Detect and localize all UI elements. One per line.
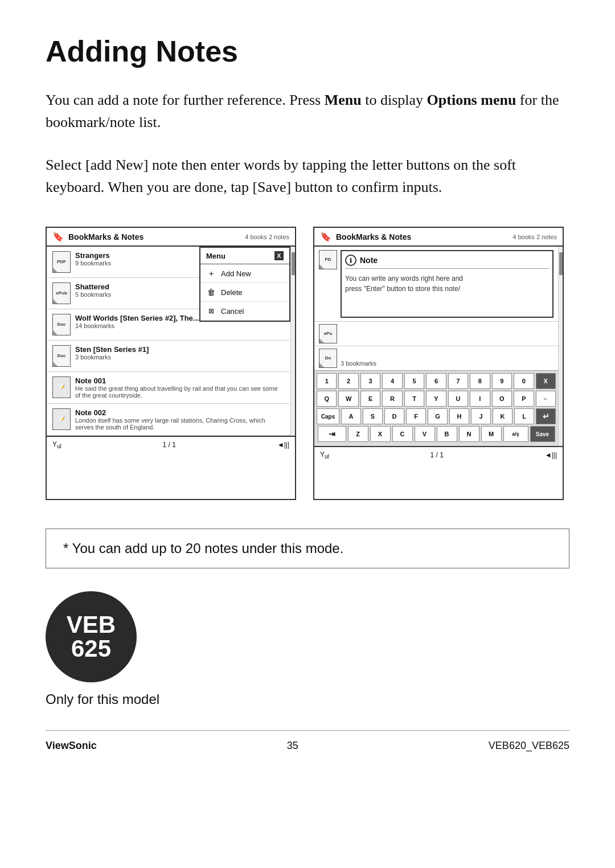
- kb-key-x[interactable]: X: [370, 426, 391, 442]
- kb-key-9[interactable]: 9: [492, 373, 512, 389]
- left-header-count: 4 books 2 notes: [245, 234, 289, 240]
- kb-key-f[interactable]: F: [406, 408, 426, 424]
- note-text-line2: press "Enter" button to store this note/: [345, 284, 549, 294]
- left-screen-header: 🔖 BookMarks & Notes 4 books 2 notes: [47, 228, 295, 247]
- menu-item-add-new[interactable]: + Add New: [200, 264, 289, 283]
- right-doc-icon: Do: [319, 349, 337, 368]
- kb-key-g[interactable]: G: [428, 408, 448, 424]
- note-row-002[interactable]: 📝 Note 002 London itself has some very l…: [47, 404, 290, 436]
- right-header-title: BookMarks & Notes: [336, 232, 508, 241]
- note-icon-001: 📝: [52, 376, 71, 398]
- right-bookmark-icon: 🔖: [320, 231, 331, 242]
- kb-key-8[interactable]: 8: [470, 373, 490, 389]
- right-doc-area: Do 3 bookmarks: [314, 346, 558, 370]
- kb-key-backspace[interactable]: X: [536, 373, 556, 389]
- delete-icon: 🗑: [206, 287, 216, 297]
- kb-key-o[interactable]: O: [492, 391, 512, 407]
- book-icon-doc2: Doc: [52, 345, 71, 367]
- note-dialog-title: Note: [360, 256, 378, 265]
- keyboard: 1 2 3 4 5 6 7 8 9 0 X Q: [314, 370, 558, 446]
- kb-key-m[interactable]: M: [481, 426, 502, 442]
- note-bookmark-count: 3 bookmarks: [341, 360, 554, 367]
- kb-key-2[interactable]: 2: [338, 373, 358, 389]
- right-epub-area: ePu: [314, 322, 558, 346]
- left-battery-icon: ◄|||: [277, 441, 289, 449]
- note-details-002: Note 002 London itself has some very lar…: [75, 408, 285, 431]
- veb-section: VEB 625 Only for this model: [46, 591, 569, 707]
- right-top-area: PD ℹ Note You can write any words right …: [314, 247, 558, 322]
- left-scrollbar[interactable]: [290, 247, 295, 436]
- veb-model-number: 625: [71, 637, 111, 661]
- kb-key-4[interactable]: 4: [382, 373, 402, 389]
- kb-key-w[interactable]: W: [338, 391, 358, 407]
- menu-item-delete[interactable]: 🗑 Delete: [200, 283, 289, 302]
- kb-key-del[interactable]: ←: [536, 391, 556, 407]
- kb-key-save[interactable]: Save: [530, 426, 555, 442]
- kb-key-s[interactable]: S: [363, 408, 383, 424]
- kb-key-5[interactable]: 5: [404, 373, 424, 389]
- note-row-001[interactable]: 📝 Note 001 He said the great thing about…: [47, 372, 290, 404]
- left-screen-body: PDF Strangers 9 bookmarks Menu X: [47, 247, 295, 436]
- note-text-area[interactable]: You can write any words right here and p…: [345, 273, 549, 313]
- kb-key-0[interactable]: 0: [514, 373, 534, 389]
- right-header-count: 4 books 2 notes: [512, 234, 557, 240]
- right-scrollbar[interactable]: [558, 247, 563, 446]
- kb-key-a[interactable]: A: [341, 408, 361, 424]
- note-icon-002: 📝: [52, 408, 71, 430]
- veb-model-top: VEB: [67, 613, 116, 637]
- kb-key-c[interactable]: C: [392, 426, 413, 442]
- kb-key-l[interactable]: L: [514, 408, 534, 424]
- kb-key-n[interactable]: N: [459, 426, 479, 442]
- book-icon-epub: ePub: [52, 282, 71, 304]
- kb-key-shift[interactable]: ⇥: [318, 426, 346, 442]
- right-epub-icon: ePu: [319, 324, 337, 343]
- note-title-002: Note 002: [75, 408, 285, 417]
- note-title-001: Note 001: [75, 376, 285, 385]
- note-info-icon: ℹ: [345, 255, 356, 266]
- kb-key-t[interactable]: T: [404, 391, 424, 407]
- kb-key-1[interactable]: 1: [317, 373, 337, 389]
- book-item-strangers: PDF Strangers 9 bookmarks Menu X: [47, 247, 290, 278]
- kb-key-e[interactable]: E: [360, 391, 380, 407]
- left-signal-icon: Yul: [52, 440, 62, 449]
- note-text-line1: You can write any words right here and: [345, 273, 549, 284]
- kb-key-y[interactable]: Y: [426, 391, 446, 407]
- note-dialog: ℹ Note You can write any words right her…: [341, 250, 554, 318]
- kb-key-z[interactable]: Z: [348, 426, 368, 442]
- kb-key-p[interactable]: P: [514, 391, 534, 407]
- intro-paragraph: You can add a note for further reference…: [46, 89, 569, 133]
- right-battery-icon: ◄|||: [545, 451, 557, 459]
- right-screen: 🔖 BookMarks & Notes 4 books 2 notes PD ℹ: [313, 227, 564, 500]
- kb-key-v[interactable]: V: [415, 426, 435, 442]
- kb-key-r[interactable]: R: [382, 391, 402, 407]
- kb-key-i[interactable]: I: [470, 391, 490, 407]
- kb-key-u[interactable]: U: [448, 391, 468, 407]
- options-bold: Options menu: [427, 92, 516, 108]
- kb-key-k[interactable]: K: [493, 408, 512, 424]
- menu-delete-label: Delete: [221, 288, 243, 297]
- kb-key-d[interactable]: D: [384, 408, 404, 424]
- kb-key-q[interactable]: Q: [317, 391, 337, 407]
- left-screen: 🔖 BookMarks & Notes 4 books 2 notes PDF …: [46, 227, 296, 500]
- kb-key-enter[interactable]: ↵: [536, 408, 556, 424]
- book-title-sten: Sten [Sten Series #1]: [75, 345, 285, 354]
- kb-key-mode[interactable]: a/ş: [503, 426, 528, 442]
- kb-key-h[interactable]: H: [449, 408, 469, 424]
- kb-key-3[interactable]: 3: [360, 373, 380, 389]
- bookmark-icon: 🔖: [52, 231, 64, 242]
- select-paragraph: Select [add New] note then enter words b…: [46, 154, 569, 198]
- kb-key-j[interactable]: J: [471, 408, 491, 424]
- right-signal-icon: Yul: [320, 451, 329, 460]
- page-title: Adding Notes: [46, 34, 569, 68]
- intro-text-1: You can add a note for further reference…: [46, 92, 325, 108]
- kb-key-caps[interactable]: Caps: [317, 408, 339, 424]
- menu-add-new-label: Add New: [221, 269, 251, 278]
- menu-item-cancel[interactable]: ⊠ Cancel: [200, 302, 289, 321]
- book-row-sten[interactable]: Doc Sten [Sten Series #1] 3 bookmarks: [47, 341, 290, 372]
- book-details-sten: Sten [Sten Series #1] 3 bookmarks: [75, 345, 285, 361]
- menu-close-button[interactable]: X: [274, 251, 284, 260]
- menu-overlay: Menu X + Add New 🗑 Delete ⊠: [199, 247, 290, 322]
- kb-key-6[interactable]: 6: [426, 373, 446, 389]
- kb-key-7[interactable]: 7: [448, 373, 468, 389]
- kb-key-b[interactable]: B: [437, 426, 457, 442]
